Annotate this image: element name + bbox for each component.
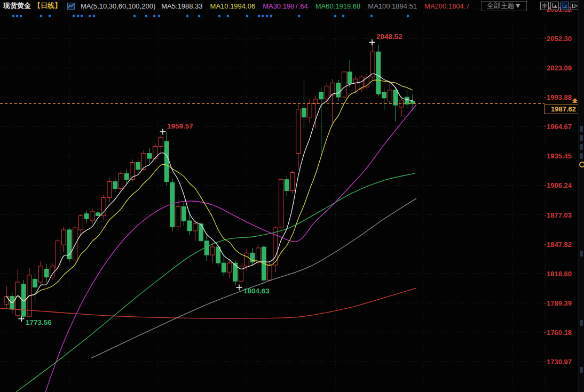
candlestick[interactable]	[159, 137, 163, 146]
candlestick[interactable]	[296, 109, 301, 154]
candlestick[interactable]	[96, 213, 100, 216]
candlestick[interactable]	[78, 216, 83, 230]
event-marker-dot[interactable]	[77, 15, 80, 18]
event-marker-dot[interactable]	[342, 15, 345, 18]
candlestick[interactable]	[290, 172, 295, 190]
event-marker-dot[interactable]	[49, 15, 51, 18]
candlestick[interactable]	[313, 99, 318, 103]
candlestick[interactable]	[256, 248, 261, 262]
candlestick[interactable]	[50, 266, 54, 277]
candlestick[interactable]	[405, 97, 409, 104]
axis-price-label: 2023.09	[547, 64, 572, 72]
candlestick[interactable]	[302, 108, 306, 117]
candlestick[interactable]	[73, 228, 77, 260]
event-marker-dot[interactable]	[370, 15, 373, 18]
event-marker-dot[interactable]	[145, 15, 148, 18]
candlestick[interactable]	[38, 266, 43, 282]
edge-tool-fragment[interactable]	[580, 367, 583, 373]
event-marker-dot[interactable]	[40, 15, 43, 18]
candlestick[interactable]	[181, 207, 186, 221]
event-marker-dot[interactable]	[89, 15, 91, 18]
candlestick[interactable]	[348, 72, 352, 84]
scale-axis-icon[interactable]	[550, 2, 559, 10]
right-edge-toolbar[interactable]	[578, 0, 584, 392]
candlestick[interactable]	[325, 86, 329, 99]
candlestick[interactable]	[44, 269, 49, 277]
candlestick[interactable]	[388, 90, 392, 101]
candlestick[interactable]	[393, 90, 398, 105]
candlestick[interactable]	[170, 182, 175, 227]
candlestick[interactable]	[370, 52, 375, 77]
candlestick[interactable]	[244, 253, 249, 266]
candlestick[interactable]	[147, 154, 152, 158]
event-marker-dot[interactable]	[20, 15, 22, 18]
candlestick[interactable]	[84, 214, 89, 219]
candlestick[interactable]	[227, 263, 232, 272]
edge-yellow-ring-icon[interactable]	[579, 162, 584, 167]
candlestick[interactable]	[342, 72, 346, 97]
candlestick[interactable]	[61, 230, 66, 245]
candlestick[interactable]	[285, 180, 289, 191]
ma-value: MA10:1994.06	[210, 2, 256, 10]
event-marker-dot[interactable]	[73, 15, 75, 18]
edge-tool-fragment[interactable]	[580, 135, 583, 141]
event-marker-dot[interactable]	[16, 15, 19, 18]
candlestick[interactable]	[107, 181, 112, 197]
event-marker-dot[interactable]	[270, 15, 273, 18]
candlestick[interactable]	[307, 103, 312, 117]
candlestick[interactable]	[4, 296, 9, 304]
event-marker-dot[interactable]	[12, 15, 15, 18]
candlestick[interactable]	[210, 247, 215, 255]
candlestick[interactable]	[376, 52, 381, 94]
pan-crosshair-icon[interactable]	[540, 2, 549, 10]
event-marker-dot[interactable]	[186, 15, 189, 18]
candlestick[interactable]	[119, 173, 123, 188]
event-marker-dot[interactable]	[334, 15, 337, 18]
edge-tool-fragment[interactable]	[580, 153, 583, 159]
candlestick[interactable]	[176, 207, 180, 227]
event-marker-dot[interactable]	[158, 15, 161, 18]
candlestick[interactable]	[336, 83, 341, 97]
candlestick[interactable]	[279, 180, 283, 228]
candlestick[interactable]	[382, 92, 386, 98]
event-marker-dot[interactable]	[227, 15, 230, 18]
event-marker-dot[interactable]	[218, 15, 221, 18]
event-marker-dot[interactable]	[198, 15, 201, 18]
top-toolbar: 现货黄金 【日线】 MA(5,10,30,60,100,200) MA5:198…	[0, 0, 584, 12]
edge-tool-fragment[interactable]	[580, 144, 583, 150]
period-label[interactable]: 【日线】	[34, 1, 61, 11]
edge-tool-fragment[interactable]	[580, 251, 583, 257]
price-annotation-label: 1959.57	[167, 122, 193, 130]
theme-dropdown[interactable]: 全部主题▼	[482, 1, 527, 11]
price-chart[interactable]: 2048.521959.571804.631773.56	[0, 0, 584, 392]
event-marker-dot[interactable]	[93, 15, 96, 18]
candlestick[interactable]	[113, 181, 117, 188]
candlestick[interactable]	[319, 92, 323, 99]
event-marker-dot[interactable]	[246, 15, 249, 18]
candlestick[interactable]	[187, 221, 192, 231]
candlestick[interactable]	[124, 173, 129, 179]
edge-tool-fragment[interactable]	[580, 320, 583, 326]
event-marker-dot[interactable]	[81, 15, 83, 18]
candlestick[interactable]	[222, 263, 226, 272]
candlestick[interactable]	[216, 247, 220, 263]
scale-axis-active-icon[interactable]	[561, 2, 569, 10]
candlestick[interactable]	[90, 212, 94, 221]
candlestick[interactable]	[193, 224, 198, 231]
candlestick[interactable]	[267, 265, 272, 280]
edge-tool-fragment[interactable]	[580, 126, 583, 132]
event-marker-dot[interactable]	[262, 15, 264, 18]
event-marker-dot[interactable]	[266, 15, 269, 18]
candlestick[interactable]	[164, 141, 169, 181]
event-marker-dot[interactable]	[153, 15, 156, 18]
event-marker-dot[interactable]	[407, 15, 409, 18]
candlestick[interactable]	[233, 263, 238, 281]
event-marker-dot[interactable]	[258, 15, 261, 18]
news-event-markers[interactable]	[12, 15, 409, 18]
candlestick[interactable]	[15, 282, 20, 315]
axis-price-label: 1789.39	[547, 299, 572, 307]
candlestick[interactable]	[33, 279, 37, 287]
candlestick[interactable]	[136, 163, 140, 170]
event-marker-dot[interactable]	[133, 15, 136, 18]
event-marker-dot[interactable]	[298, 15, 301, 18]
